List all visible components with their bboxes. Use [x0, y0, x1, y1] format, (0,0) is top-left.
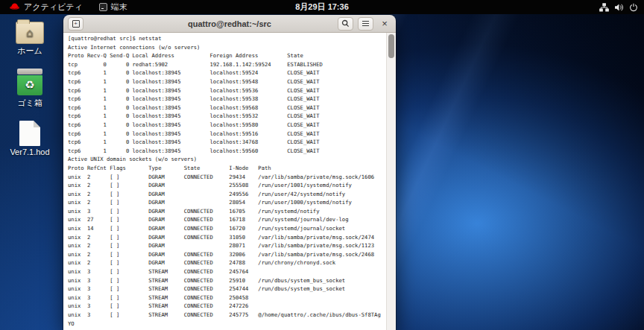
desktop-screen: アクティビティ 端末 8月29日 17:36: [0, 0, 644, 330]
search-button[interactable]: [338, 17, 353, 31]
scrollbar-thumb[interactable]: [388, 34, 394, 58]
file-icon-label: Ver7.1.hod: [5, 147, 54, 156]
terminal-titlebar[interactable]: quattro@redhat:~/src + ×: [63, 15, 396, 33]
focused-app-name: 端末: [111, 1, 127, 13]
search-icon: [341, 17, 350, 31]
new-tab-icon: +: [72, 20, 80, 28]
clock-button[interactable]: 8月29日 17:36: [295, 0, 349, 14]
desktop-icon-trash[interactable]: ♻ ゴミ箱: [5, 69, 54, 109]
terminal-app-icon: [99, 3, 107, 11]
desktop-icon-file[interactable]: Ver7.1.hod: [5, 119, 54, 156]
redhat-logo-icon: [9, 2, 20, 12]
trash-icon-label: ゴミ箱: [5, 98, 54, 109]
close-icon: ×: [382, 18, 388, 29]
focused-app-indicator[interactable]: 端末: [99, 1, 127, 13]
terminal-output: [quattro@redhat src]$ netstat Active Int…: [68, 34, 381, 328]
trash-icon: ♻: [17, 69, 42, 96]
terminal-window: quattro@redhat:~/src + ×: [63, 15, 396, 330]
volume-icon: [614, 3, 624, 12]
home-icon-label: ホーム: [5, 45, 54, 57]
system-status-area[interactable]: [599, 0, 638, 14]
document-icon: [19, 121, 40, 146]
activities-label: アクティビティ: [24, 1, 83, 13]
close-button[interactable]: ×: [378, 17, 391, 31]
trash-lid: [17, 69, 42, 74]
hamburger-menu-icon: [362, 21, 369, 26]
terminal-scrollbar[interactable]: [386, 33, 396, 330]
menu-button[interactable]: [358, 17, 373, 31]
desktop-icon-home[interactable]: ⌂ ホーム: [5, 19, 54, 57]
power-icon: [629, 3, 638, 12]
house-glyph: ⌂: [26, 28, 34, 39]
terminal-body[interactable]: [quattro@redhat src]$ netstat Active Int…: [63, 33, 396, 330]
new-tab-button[interactable]: +: [68, 17, 83, 31]
network-icon: [599, 3, 609, 12]
activities-button[interactable]: アクティビティ: [6, 0, 86, 14]
top-bar: アクティビティ 端末 8月29日 17:36: [0, 0, 644, 14]
recycle-glyph: ♻: [17, 75, 42, 95]
home-folder-icon: ⌂: [16, 22, 44, 44]
